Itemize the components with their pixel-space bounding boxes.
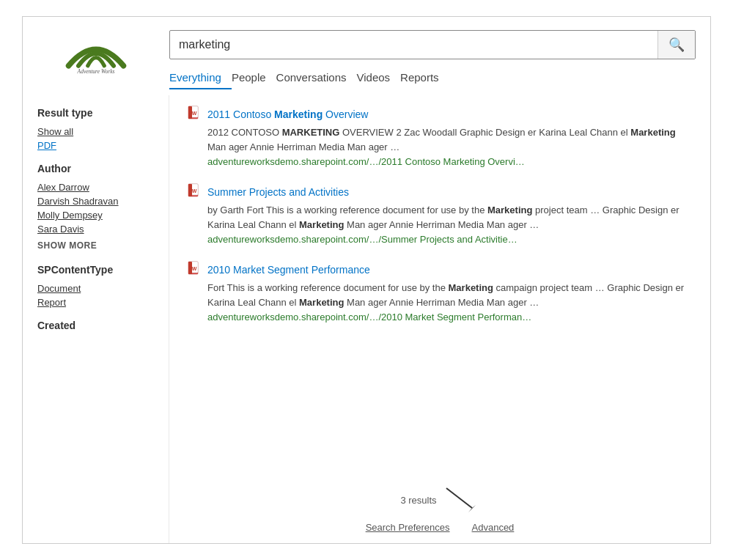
sidebar-show-more[interactable]: SHOW MORE (37, 237, 154, 254)
svg-text:W: W (192, 188, 197, 194)
doc-icon: W (187, 261, 202, 278)
nav-tab-reports[interactable]: Reports (400, 67, 449, 89)
sidebar-section-title: SPContentType (37, 264, 154, 276)
footer-link[interactable]: Advanced (472, 522, 515, 533)
result-item: W 2011 Contoso Marketing Overview2012 CO… (187, 106, 693, 167)
result-title-link[interactable]: 2010 Market Segment Performance (207, 264, 370, 276)
result-snippet: by Garth Fort This is a working referenc… (187, 203, 693, 232)
sidebar-item[interactable]: Document (37, 281, 154, 295)
nav-tabs: EverythingPeopleConversationsVideosRepor… (169, 67, 696, 92)
svg-text:W: W (192, 266, 197, 271)
arrow-icon (443, 485, 479, 516)
nav-tab-everything[interactable]: Everything (169, 67, 232, 89)
result-snippet: 2012 CONTOSO MARKETING OVERVIEW 2 Zac Wo… (187, 125, 693, 154)
svg-text:W: W (192, 111, 197, 116)
sidebar-item[interactable]: Show all (37, 125, 154, 139)
result-item: W Summer Projects and Activitiesby Garth… (187, 183, 693, 245)
search-input[interactable] (170, 32, 658, 57)
sidebar-section-title: Author (37, 163, 154, 174)
result-snippet: Fort This is a working reference documen… (187, 281, 693, 309)
sidebar-item[interactable]: Alex Darrow (37, 180, 154, 194)
results-count: 3 results (400, 495, 436, 506)
sidebar: Result typeShow allPDFAuthorAlex DarrowD… (23, 95, 169, 543)
search-button[interactable]: 🔍 (658, 31, 695, 59)
logo-icon: Adventure Works (59, 30, 133, 74)
doc-icon: W (187, 106, 202, 122)
result-title-row: W Summer Projects and Activities (187, 183, 693, 200)
logo-area: Adventure Works (37, 30, 155, 74)
doc-icon: W (187, 183, 202, 200)
svg-text:Adventure Works: Adventure Works (77, 68, 115, 75)
result-url[interactable]: adventureworksdemo.sharepoint.com/…/Summ… (187, 234, 693, 245)
results-footer: 3 results Search PreferencesAdvanced (187, 477, 693, 533)
result-item: W 2010 Market Segment PerformanceFort Th… (187, 261, 693, 323)
result-title-link[interactable]: 2011 Contoso Marketing Overview (207, 108, 368, 120)
search-bar: 🔍 (169, 30, 696, 59)
results-count-row: 3 results (400, 485, 479, 516)
sidebar-item[interactable]: Darvish Shadravan (37, 194, 154, 208)
sidebar-item[interactable]: Report (37, 295, 154, 309)
sidebar-item[interactable]: PDF (37, 139, 154, 152)
sidebar-item[interactable]: Molly Dempsey (37, 208, 154, 222)
result-title-link[interactable]: Summer Projects and Activities (207, 186, 349, 198)
footer-link[interactable]: Search Preferences (366, 522, 450, 533)
search-nav: 🔍 EverythingPeopleConversationsVideosRep… (169, 30, 696, 92)
results-area: W 2011 Contoso Marketing Overview2012 CO… (169, 95, 710, 543)
sidebar-section-title: Result type (37, 107, 154, 119)
nav-tab-videos[interactable]: Videos (356, 67, 400, 89)
nav-tab-conversations[interactable]: Conversations (276, 67, 357, 89)
result-title-row: W 2010 Market Segment Performance (187, 261, 693, 278)
result-url[interactable]: adventureworksdemo.sharepoint.com/…/2011… (187, 156, 693, 167)
main-content: Result typeShow allPDFAuthorAlex DarrowD… (23, 92, 710, 543)
result-title-row: W 2011 Contoso Marketing Overview (187, 106, 693, 122)
search-icon: 🔍 (668, 37, 685, 53)
nav-tab-people[interactable]: People (232, 67, 276, 89)
footer-links: Search PreferencesAdvanced (366, 522, 515, 533)
result-url[interactable]: adventureworksdemo.sharepoint.com/…/2010… (187, 312, 693, 323)
sidebar-section-title: Created (37, 320, 154, 331)
svg-line-13 (446, 488, 472, 508)
sidebar-item[interactable]: Sara Davis (37, 222, 154, 236)
